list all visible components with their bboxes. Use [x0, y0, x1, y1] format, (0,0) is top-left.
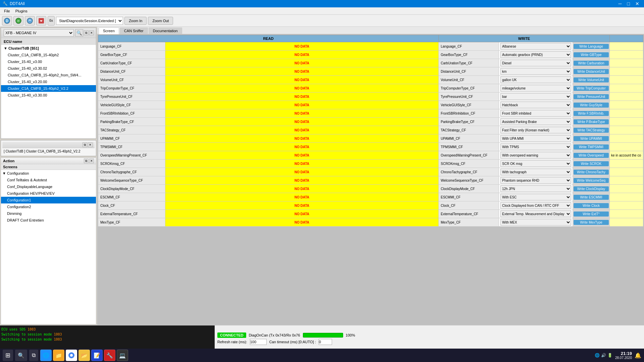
tree-item-c1a-1[interactable]: Cluster_C1A_CMFB_15-40ph2	[1, 52, 96, 58]
write-button[interactable]: Write P.BrakeType	[574, 119, 609, 124]
write-select-cell[interactable]: Assisted Parking Brake	[499, 118, 573, 126]
write-select-cell[interactable]: bar	[499, 93, 573, 101]
write-button[interactable]: Write VolumeUnit	[574, 77, 609, 82]
tab-can-sniffer[interactable]: CAN Sniffer	[120, 27, 148, 34]
write-select[interactable]: Automatic gearbox (PRND)	[500, 51, 571, 58]
menu-file[interactable]: File	[1, 7, 13, 15]
write-button[interactable]: Write WelcomeSeq	[574, 178, 609, 183]
tree-item-1540-3200[interactable]: Cluster_15-40_v3.20.00	[1, 78, 96, 85]
write-select[interactable]: With MEX	[500, 219, 571, 226]
screens-item-hev[interactable]: Configuration HEV/PHEV/EV	[1, 190, 96, 197]
write-select[interactable]: External Temp. Measurement and Display	[500, 210, 571, 217]
screens-item-telltales[interactable]: Conf Telltales & Autotest	[1, 177, 96, 183]
write-select[interactable]: Clock Displayed from CAN / RTC OFF	[500, 202, 571, 209]
write-select[interactable]: km	[500, 68, 571, 75]
screens-group-config[interactable]: ▼ Configuration	[1, 170, 96, 177]
task-view-button[interactable]: ⧉	[29, 350, 38, 361]
can-timeout-input[interactable]	[319, 339, 332, 345]
taskbar-app-notes[interactable]: 📝	[91, 350, 103, 361]
maximize-button[interactable]: □	[625, 0, 632, 7]
session-select[interactable]: StartDiagnosticSession.Extended [1003]	[56, 17, 123, 25]
taskbar-app-chrome[interactable]	[66, 350, 77, 361]
write-select-cell[interactable]: With MEX	[499, 218, 573, 227]
search-button[interactable]: 🔍	[15, 350, 27, 361]
write-button[interactable]: Write SCROK	[574, 161, 609, 166]
write-select[interactable]: Albanese	[500, 43, 571, 50]
write-select[interactable]: Phantom sequence RHD	[500, 177, 571, 184]
close-button[interactable]: ✕	[633, 0, 641, 7]
minimize-button[interactable]: ─	[616, 0, 624, 7]
write-select-cell[interactable]: km	[499, 67, 573, 76]
write-select[interactable]: Diesel	[500, 60, 571, 66]
write-select[interactable]: With tachograph	[500, 169, 571, 175]
screens-item-config2[interactable]: Configuration2	[1, 203, 96, 210]
write-select-cell[interactable]: gallon UK	[499, 76, 573, 84]
write-button[interactable]: Write GuyStyle	[574, 103, 609, 108]
tab-documentation[interactable]: Documentation	[149, 27, 182, 34]
write-select[interactable]: With ESC	[500, 194, 571, 200]
write-button[interactable]: Write Carburation	[574, 61, 609, 66]
write-button[interactable]: Write MexType	[574, 220, 609, 225]
write-button[interactable]: Write ChronoTachy	[574, 170, 609, 175]
write-select[interactable]: bar	[500, 93, 571, 100]
write-button[interactable]: Write ESCMMI	[574, 195, 609, 200]
write-select-cell[interactable]: With ESC	[499, 193, 573, 201]
write-button[interactable]: Write TACStrategy	[574, 128, 609, 133]
write-select[interactable]: gallon UK	[500, 76, 571, 83]
write-select[interactable]: Assisted Parking Brake	[500, 118, 571, 125]
screens-item-entretien[interactable]: DRAFT Conf Entretien	[1, 217, 96, 224]
tree-panel-float[interactable]: ⧉	[84, 31, 89, 35]
write-select-cell[interactable]: Front SBR inhibited	[499, 109, 573, 118]
write-select-cell[interactable]: Clock Displayed from CAN / RTC OFF	[499, 201, 573, 210]
write-select-cell[interactable]: SCR OK msg	[499, 160, 573, 168]
toolbar-btn-2[interactable]: ⟳	[13, 16, 23, 25]
taskbar-app-explorer[interactable]: 📁	[53, 350, 64, 361]
ecu-panel-close[interactable]: ✕	[88, 142, 93, 147]
write-select-cell[interactable]: Albanese	[499, 42, 573, 51]
write-select-cell[interactable]: External Temp. Measurement and Display	[499, 210, 573, 218]
write-select-cell[interactable]: With UPA MMI	[499, 134, 573, 143]
zoom-in-button[interactable]: Zoom In	[124, 17, 147, 25]
write-button[interactable]: Write UPAMMI	[574, 136, 609, 141]
write-select-cell[interactable]: Fast Filter only (Korean market)	[499, 126, 573, 134]
write-select-cell[interactable]: With tachograph	[499, 168, 573, 176]
write-button[interactable]: Write TMPSMMI	[574, 144, 609, 149]
write-button[interactable]: Write PressureUnit	[574, 94, 609, 99]
write-button[interactable]: Write GBType	[574, 52, 609, 57]
taskbar-app-terminal[interactable]: 💻	[117, 350, 128, 361]
screens-item-dimming[interactable]: Dimming	[1, 210, 96, 217]
tree-item-c1a-sw4[interactable]: Cluster_C1A_CMFB_15-40ph2_from_SW4...	[1, 72, 96, 78]
toolbar-btn-1[interactable]: D	[2, 16, 12, 25]
write-select[interactable]: Front SBR inhibited	[500, 110, 571, 117]
write-select-cell[interactable]: Diesel	[499, 59, 573, 67]
notification-icon[interactable]: 🔔	[635, 352, 641, 359]
write-button[interactable]: Write F.SBRInhib.	[574, 111, 609, 116]
tab-screen[interactable]: Screen	[99, 27, 119, 34]
tree-panel-close[interactable]: ✕	[89, 31, 94, 35]
write-button[interactable]: Write Clock	[574, 203, 609, 208]
tree-item-1540-33002[interactable]: Cluster_15-40_v3.30.02	[1, 65, 96, 72]
action-panel-float[interactable]: ⧉	[84, 159, 89, 163]
toolbar-btn-4[interactable]: ❤	[36, 16, 46, 25]
write-select-cell[interactable]: With TPMS	[499, 143, 573, 151]
write-select-cell[interactable]: Automatic gearbox (PRND)	[499, 51, 573, 59]
screens-item-config1[interactable]: Configuration1	[1, 197, 96, 203]
write-select[interactable]: With TPMS	[500, 143, 571, 150]
write-select[interactable]: Fast Filter only (Korean market)	[500, 127, 571, 133]
write-select-cell[interactable]: Hatchback	[499, 101, 573, 109]
start-button[interactable]: ⊞	[3, 350, 13, 361]
action-panel-close[interactable]: ✕	[89, 159, 94, 163]
write-button[interactable]: Write ExtT°	[574, 212, 609, 217]
taskbar-app-files[interactable]: 📂	[78, 350, 90, 361]
write-select[interactable]: 12h JPN	[500, 185, 571, 192]
tree-item-c1a-v22[interactable]: Cluster_C1A_CMFB_15-40ph2_V2.2	[1, 85, 96, 92]
write-select[interactable]: SCR OK msg	[500, 160, 571, 167]
tree-cluster-tdb[interactable]: ▼ Cluster/TdB [$51]	[1, 45, 96, 52]
toolbar-btn-3[interactable]	[25, 16, 35, 25]
toolbar-btn-hex[interactable]: 0x	[48, 16, 55, 25]
write-select[interactable]: With UPA MMI	[500, 135, 571, 142]
write-button[interactable]: Write Overspeed	[574, 153, 609, 158]
write-button[interactable]: Write DistanceUnit	[574, 69, 609, 74]
write-select[interactable]: With overspeed warning	[500, 152, 571, 159]
tree-item-1540-33000[interactable]: Cluster_15-40_v3.30.00	[1, 92, 96, 99]
